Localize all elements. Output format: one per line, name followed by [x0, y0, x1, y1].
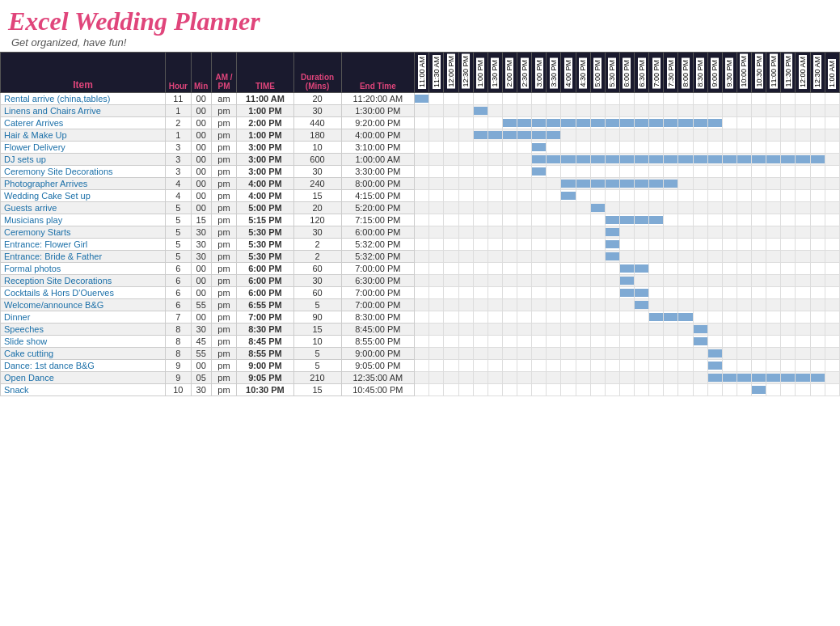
gantt-cell-0 [415, 177, 429, 189]
cell-item: Snack [1, 383, 166, 395]
gantt-cell-14 [619, 238, 634, 250]
gantt-bar [620, 289, 634, 297]
cell-hour: 5 [165, 238, 191, 250]
cell-time: 5:00 PM [237, 201, 293, 214]
gantt-cell-4 [473, 250, 488, 262]
gantt-cell-13 [605, 359, 619, 371]
gantt-cell-13 [605, 116, 619, 129]
gantt-cell-6 [502, 238, 517, 250]
gantt-cell-20 [707, 165, 722, 177]
gantt-cell-4 [473, 104, 488, 116]
gantt-cell-2 [444, 250, 458, 262]
gantt-cell-23 [752, 250, 766, 262]
cell-ampm: pm [211, 104, 237, 116]
gantt-cell-26 [796, 359, 810, 371]
gantt-cell-0 [415, 165, 429, 177]
cell-endtime: 7:00:00 PM [341, 298, 415, 311]
cell-min: 00 [191, 92, 211, 104]
cell-hour: 8 [165, 323, 191, 335]
gantt-cell-22 [737, 311, 751, 323]
gantt-cell-11 [576, 104, 590, 116]
gantt-cell-13 [605, 262, 619, 274]
gantt-cell-1 [429, 262, 444, 274]
gantt-cell-8 [532, 141, 547, 153]
gantt-bar [547, 155, 560, 163]
gantt-bar [752, 374, 766, 382]
gantt-cell-10 [561, 201, 576, 214]
gantt-bar [678, 119, 692, 127]
gantt-cell-17 [664, 262, 678, 274]
gantt-cell-28 [825, 214, 839, 226]
gantt-bar [415, 95, 428, 103]
gantt-cell-24 [766, 116, 781, 129]
gantt-cell-17 [664, 214, 678, 226]
gantt-cell-12 [590, 323, 605, 335]
gantt-cell-23 [752, 359, 766, 371]
gantt-cell-14 [619, 262, 634, 274]
cell-item: Dance: 1st dance B&G [1, 359, 166, 371]
gantt-cell-6 [502, 359, 517, 371]
gantt-cell-17 [664, 238, 678, 250]
gantt-bar [723, 374, 737, 382]
cell-duration: 30 [293, 226, 341, 238]
gantt-bar [635, 264, 648, 273]
gantt-cell-28 [825, 201, 839, 214]
gantt-cell-5 [488, 104, 502, 116]
gantt-bar [620, 180, 634, 188]
gantt-cell-2 [444, 371, 458, 383]
gantt-cell-4 [473, 189, 488, 201]
gantt-cell-10 [561, 141, 576, 153]
gantt-cell-17 [664, 189, 678, 201]
gantt-bar [649, 180, 663, 188]
table-row: Open Dance905pm9:05 PM21012:35:00 AM [1, 371, 840, 383]
gantt-cell-3 [458, 383, 473, 395]
cell-duration: 180 [293, 129, 341, 141]
cell-item: Open Dance [1, 371, 166, 383]
gantt-cell-7 [517, 165, 532, 177]
gantt-cell-5 [488, 286, 502, 298]
gantt-cell-13 [605, 286, 619, 298]
gantt-cell-10 [561, 383, 576, 395]
gantt-cell-6 [502, 214, 517, 226]
gantt-cell-18 [678, 359, 693, 371]
gantt-cell-9 [547, 141, 561, 153]
gantt-cell-1 [429, 347, 444, 359]
gantt-cell-4 [473, 141, 488, 153]
gantt-cell-5 [488, 201, 502, 214]
gantt-cell-11 [576, 201, 590, 214]
gantt-cell-5 [488, 298, 502, 311]
gantt-cell-27 [810, 250, 825, 262]
gantt-cell-8 [532, 226, 547, 238]
gantt-cell-18 [678, 129, 693, 141]
col-header-time: TIME [237, 53, 293, 93]
gantt-cell-1 [429, 201, 444, 214]
gantt-cell-13 [605, 129, 619, 141]
gantt-cell-16 [649, 286, 664, 298]
cell-hour: 3 [165, 153, 191, 165]
gantt-cell-9 [547, 129, 561, 141]
gantt-cell-17 [664, 274, 678, 286]
gantt-bar [635, 289, 648, 297]
table-row: Rental arrive (china,tables)1100am11:00 … [1, 92, 840, 104]
gantt-cell-3 [458, 104, 473, 116]
gantt-cell-27 [810, 177, 825, 189]
gantt-cell-3 [458, 286, 473, 298]
gantt-cell-14 [619, 335, 634, 347]
gantt-cell-3 [458, 262, 473, 274]
gantt-cell-22 [737, 335, 751, 347]
cell-endtime: 7:15:00 PM [341, 214, 415, 226]
gantt-cell-27 [810, 153, 825, 165]
cell-hour: 5 [165, 214, 191, 226]
gantt-cell-14 [619, 347, 634, 359]
gantt-cell-6 [502, 286, 517, 298]
gantt-cell-23 [752, 177, 766, 189]
gantt-cell-6 [502, 129, 517, 141]
gantt-cell-14 [619, 165, 634, 177]
gantt-cell-3 [458, 311, 473, 323]
gantt-cell-23 [752, 238, 766, 250]
gantt-cell-12 [590, 165, 605, 177]
gantt-cell-17 [664, 383, 678, 395]
gantt-cell-21 [722, 177, 737, 189]
gantt-cell-18 [678, 335, 693, 347]
gantt-cell-9 [547, 250, 561, 262]
